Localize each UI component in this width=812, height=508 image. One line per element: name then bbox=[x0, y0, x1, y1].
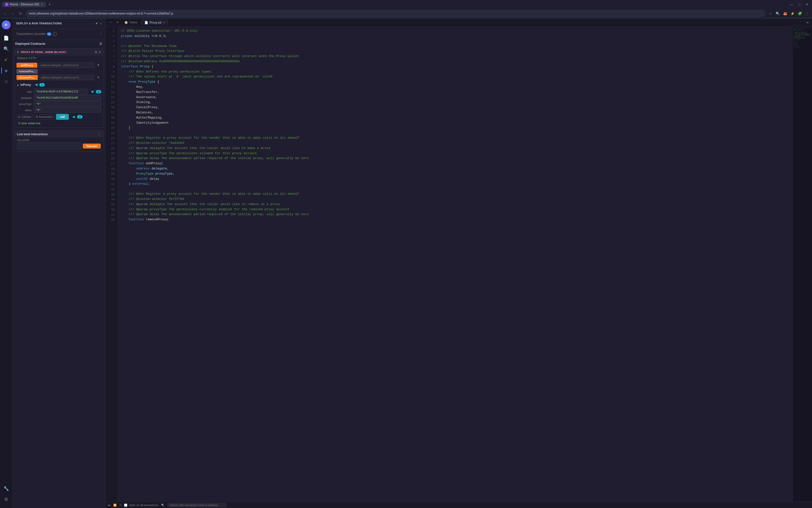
sidebar-item-settings-tools[interactable]: 🔧 bbox=[1, 484, 11, 494]
code-line-29: ProxyType proxyType, bbox=[121, 171, 790, 176]
transact-button[interactable]: Transact bbox=[83, 143, 101, 149]
add-proxy-button[interactable]: addProxy bbox=[16, 63, 37, 68]
proxy-tab-icon: 📄 bbox=[144, 21, 148, 24]
low-level-header: Low level interactions ⋮ bbox=[14, 131, 103, 137]
back-button[interactable]: ‹ bbox=[2, 10, 8, 16]
address-bar[interactable]: remix.ethereum.org/#optimize=false&runs=… bbox=[26, 10, 765, 17]
extensions-icon[interactable]: ⚡ bbox=[790, 10, 795, 16]
parameters-button[interactable]: ⧉ Parameters bbox=[34, 114, 54, 120]
tools-icon: 🔧 bbox=[3, 486, 9, 491]
refresh-button[interactable]: ↻ bbox=[18, 10, 23, 16]
delay-label: delay: bbox=[17, 109, 32, 112]
code-line-3 bbox=[121, 39, 790, 44]
more-options-icon[interactable]: ⋮ bbox=[98, 132, 101, 136]
calldata-field-label: CALLDATA bbox=[17, 139, 101, 142]
code-content[interactable]: // SPDX-License-Identifier: GPL-3.0-only… bbox=[118, 27, 792, 502]
annotation-badge-1: 1 bbox=[39, 83, 45, 87]
code-line-38: function removeProxy( bbox=[121, 217, 790, 222]
low-level-section: Low level interactions ⋮ CALLDATA Transa… bbox=[14, 131, 103, 151]
proxy-tab-close-icon[interactable]: ✕ bbox=[163, 21, 165, 24]
delegate-input[interactable] bbox=[34, 95, 101, 100]
browser-tab-remix[interactable]: R Remix - Ethereum IDE ✕ bbox=[2, 2, 46, 7]
is-proxy-header[interactable]: ▲ isProxy ◄ 1 bbox=[16, 81, 101, 88]
window-close-icon[interactable]: ✕ bbox=[804, 1, 810, 7]
menu-icon[interactable]: ⋮ bbox=[804, 10, 810, 16]
nav-first-icon[interactable]: ⏮ bbox=[108, 504, 110, 507]
listen-label[interactable]: listen on all transactions bbox=[124, 504, 158, 507]
sidebar-item-settings[interactable]: ⚙ bbox=[1, 495, 11, 504]
forward-button[interactable]: › bbox=[10, 10, 16, 16]
proxy-type-input[interactable] bbox=[34, 101, 101, 107]
code-line-2: pragma solidity >=0.8.3; bbox=[121, 34, 790, 39]
search-icon[interactable]: 🔍 bbox=[775, 10, 780, 16]
code-line-17: Balances, bbox=[121, 110, 790, 115]
code-line-6: /// @title The interface through which s… bbox=[121, 54, 790, 59]
editor-tabs: − + 🏠 Home 📄 Proxy.sol ✕ ⇥ bbox=[106, 18, 812, 27]
bookmark-icon[interactable]: ☆ bbox=[767, 10, 773, 16]
tab-title: Remix - Ethereum IDE bbox=[10, 3, 39, 6]
code-line-20: } bbox=[121, 125, 790, 131]
code-line-16: CancelProxy, bbox=[121, 105, 790, 110]
calldata-button[interactable]: ⧉ Calldata bbox=[16, 114, 33, 120]
result-row: 0: bool: exists true bbox=[16, 121, 101, 126]
remove-proxy-gray-row: removePro... bbox=[16, 69, 101, 74]
sidebar-item-compiler[interactable]: ✓ bbox=[1, 55, 11, 65]
new-tab-button[interactable]: + bbox=[47, 2, 52, 7]
search-status-icon[interactable]: 🔍 bbox=[161, 504, 164, 507]
nav-back-icon[interactable]: ⏪ bbox=[113, 504, 117, 507]
transactions-chevron[interactable]: › bbox=[100, 32, 101, 36]
deployed-contracts-header: Deployed Contracts 🗑 bbox=[12, 39, 105, 47]
window-minimize-icon[interactable]: — bbox=[789, 1, 794, 7]
remove-proxy-orange-button[interactable]: removePro... bbox=[16, 75, 38, 80]
remove-proxy-gray-button[interactable]: removePro... bbox=[16, 69, 38, 74]
zoom-in-button[interactable]: + bbox=[114, 19, 121, 25]
tab-home[interactable]: 🏠 Home bbox=[122, 20, 140, 25]
expand-icon[interactable]: › bbox=[100, 22, 101, 25]
shield-icon[interactable]: 🦊 bbox=[782, 10, 788, 16]
remove-proxy-dropdown-icon[interactable]: ▼ bbox=[95, 75, 101, 80]
code-editor: 12345 678910 1112131415 1617181920 21222… bbox=[106, 27, 812, 502]
info-icon[interactable]: i bbox=[53, 32, 57, 36]
sidebar-item-plugins[interactable]: ◇ bbox=[1, 77, 11, 86]
code-line-12: Any, bbox=[121, 85, 790, 90]
status-bar: ⏮ ⏪ 0 listen on all transactions 🔍 bbox=[106, 502, 812, 508]
sidebar-item-deploy[interactable]: ◈ bbox=[1, 66, 11, 76]
sidebar-item-search[interactable]: 🔍 bbox=[1, 44, 11, 54]
delay-param-row: delay: bbox=[16, 107, 101, 113]
code-line-30: uint32 delay bbox=[121, 176, 790, 182]
delay-input[interactable] bbox=[34, 107, 101, 113]
zoom-out-button[interactable]: − bbox=[108, 19, 113, 25]
copy-icon[interactable]: ⧉ bbox=[95, 50, 97, 54]
listen-checkbox[interactable] bbox=[124, 504, 127, 507]
transactions-label: Transactions recorded 1 i bbox=[16, 32, 57, 36]
is-proxy-label: isProxy bbox=[20, 83, 31, 87]
calldata-label: Calldata bbox=[21, 115, 31, 118]
deploy-icon: ◈ bbox=[4, 68, 8, 73]
code-line-22: /// @dev Register a proxy account for th… bbox=[121, 135, 790, 141]
window-maximize-icon[interactable]: □ bbox=[796, 1, 802, 7]
tab-close-btn[interactable]: ✕ bbox=[41, 3, 43, 6]
add-proxy-dropdown-icon[interactable]: ▼ bbox=[95, 62, 101, 68]
remove-proxy-orange-input[interactable] bbox=[39, 75, 94, 80]
proxy-type-label: proxyType: bbox=[17, 102, 32, 105]
code-line-18: AuthorMapping, bbox=[121, 115, 790, 121]
real-label: real: bbox=[17, 90, 32, 93]
home-tab-icon: 🏠 bbox=[124, 20, 128, 24]
call-button[interactable]: call bbox=[56, 114, 69, 120]
proxy-type-param-row: proxyType: bbox=[16, 101, 101, 107]
editor-expand-icon[interactable]: ⇥ bbox=[804, 19, 810, 25]
home-tab-label: Home bbox=[130, 20, 137, 24]
contract-close-icon[interactable]: ✕ bbox=[99, 50, 101, 54]
tab-proxy-sol[interactable]: 📄 Proxy.sol ✕ bbox=[141, 20, 168, 25]
calldata-field[interactable] bbox=[17, 142, 81, 150]
puzzle-icon[interactable]: 🧩 bbox=[797, 10, 803, 16]
code-line-23: /// @custom:selector 74a34dd3 bbox=[121, 141, 790, 146]
code-line-19: IdentityJudgement bbox=[121, 121, 790, 126]
contract-header[interactable]: ▼ PROXY AT 0X000...0080B (BLOCKC ⧉ ✕ bbox=[14, 49, 103, 55]
transaction-search-input[interactable] bbox=[168, 503, 227, 507]
trash-icon[interactable]: 🗑 bbox=[99, 42, 102, 45]
sidebar-item-file-explorer[interactable]: 📄 bbox=[1, 33, 11, 43]
add-proxy-input[interactable] bbox=[38, 62, 94, 68]
code-line-27: function addProxy( bbox=[121, 161, 790, 166]
real-input[interactable] bbox=[34, 89, 88, 94]
